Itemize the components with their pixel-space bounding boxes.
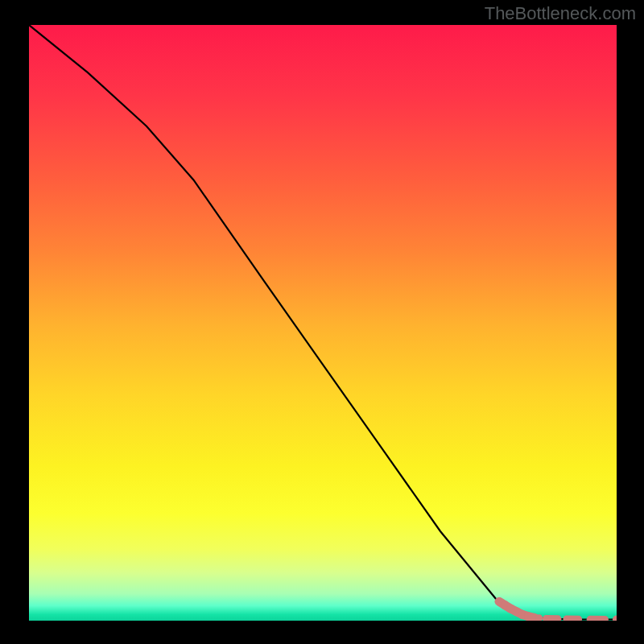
chart-overlay	[29, 25, 617, 621]
chart-stage: TheBottleneck.com	[0, 0, 644, 644]
watermark-text: TheBottleneck.com	[485, 3, 636, 24]
curve-line	[29, 25, 617, 620]
plot-area	[29, 25, 617, 621]
marker-segment	[529, 617, 535, 617]
marker-group	[499, 601, 617, 621]
marker-dot	[613, 616, 617, 621]
